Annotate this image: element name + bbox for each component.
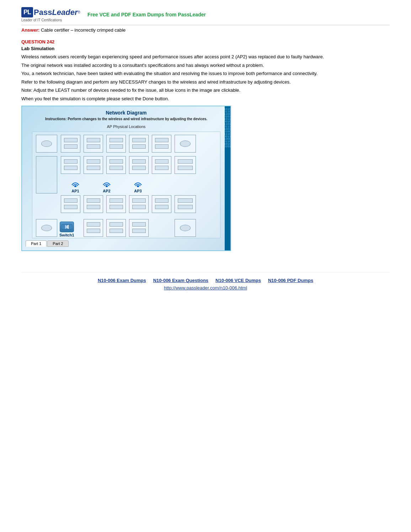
switch1-box (60, 222, 74, 232)
desk-11 (64, 159, 78, 164)
svg-point-2 (137, 185, 139, 187)
room-mid-5 (152, 156, 171, 174)
svg-point-0 (74, 185, 76, 187)
desk-13 (87, 159, 100, 164)
desk-6 (110, 144, 123, 149)
desk-22 (178, 166, 193, 170)
switch1-label: Switch1 (59, 233, 74, 237)
footer-link-1[interactable]: N10-006 Exam Dumps (98, 278, 146, 283)
desk-7 (132, 138, 146, 142)
room-top-4 (106, 135, 126, 153)
question-para-6: When you feel the simulation is complete… (21, 95, 390, 102)
floorplan: AP1 AP2 AP3 (32, 132, 220, 238)
logo-box: PL PassLeader® (21, 7, 80, 17)
footer-link-3[interactable]: N10-006 VCE Dumps (215, 278, 261, 283)
desk-23 (64, 198, 78, 203)
desk-15 (110, 159, 123, 164)
tab-part1[interactable]: Part 1 (26, 240, 47, 247)
room-lower-2 (84, 195, 103, 213)
desk-3 (87, 138, 100, 142)
desk-4 (87, 144, 100, 149)
room-lower-1 (61, 195, 80, 213)
footer-links: N10-006 Exam Dumps N10-006 Exam Question… (21, 278, 390, 283)
room-mid-2 (84, 156, 103, 174)
desk-34 (178, 205, 193, 209)
svg-point-1 (106, 185, 108, 187)
desk-2 (64, 144, 78, 149)
desk-16 (110, 166, 123, 170)
desk-20 (155, 166, 169, 170)
diagram-tabs: Part 1 Part 2 (26, 240, 227, 247)
question-para-2: The original network was installed accor… (21, 62, 390, 69)
logo-pass-text: Pass (34, 8, 52, 17)
answer-line: Answer: Cable certifier – incorrectly cr… (21, 27, 390, 33)
ap1-waves (71, 180, 80, 188)
switch1-icon[interactable]: Switch1 (59, 222, 74, 237)
desk-36 (87, 229, 100, 233)
desk-28 (110, 205, 123, 209)
desk-39 (132, 222, 146, 227)
room-top-3 (84, 135, 103, 153)
desk-25 (87, 198, 100, 203)
header-tagline: Free VCE and PDF Exam Dumps from PassLea… (87, 12, 206, 17)
question-para-5: Note: Adjust the LEAST number of devices… (21, 87, 390, 94)
desk-29 (132, 198, 146, 203)
logo-leader-text: Leader (52, 8, 78, 17)
answer-label: Answer: (21, 27, 39, 33)
header: PL PassLeader® Leader of IT Certificatio… (21, 7, 390, 25)
room-bottom-4 (129, 219, 149, 237)
question-para-3: You, a network technician, have been tas… (21, 70, 390, 77)
room-top-left (36, 135, 57, 153)
desk-35 (87, 222, 100, 227)
desk-5 (110, 138, 123, 142)
desk-24 (64, 205, 78, 209)
answer-text: Cable certifier – incorrectly crimped ca… (41, 27, 126, 33)
room-lower-3 (106, 195, 126, 213)
ap3-waves (133, 180, 143, 188)
desk-27 (110, 198, 123, 203)
room-bottom-right (175, 219, 196, 237)
room-lower-4 (129, 195, 149, 213)
ap2-waves (102, 180, 111, 188)
footer-url[interactable]: http://www.passleader.com/n10-006.html (164, 285, 247, 291)
logo-container: PL PassLeader® Leader of IT Certificatio… (21, 7, 87, 22)
ap2-icon[interactable]: AP2 (102, 180, 111, 193)
ap3-icon[interactable]: AP3 (133, 180, 143, 193)
room-mid-right (175, 156, 196, 174)
question-text: Wireless network users recently began ex… (21, 53, 390, 102)
desk-8 (132, 144, 146, 149)
diagram-title: Network Diagram (26, 110, 227, 116)
room-bottom-2 (84, 219, 103, 237)
ap2-label: AP2 (103, 189, 110, 193)
question-para-1: Wireless network users recently began ex… (21, 53, 390, 60)
diagram-instructions: Instructions: Perform changes to the wir… (26, 117, 227, 121)
desk-10 (155, 144, 169, 149)
room-bottom-left (36, 219, 57, 237)
binary-strip: 1010011011000101101100101101011110010100… (225, 106, 230, 250)
room-lower-5 (152, 195, 171, 213)
footer-link-2[interactable]: N10-006 Exam Questions (153, 278, 208, 283)
footer-link-4[interactable]: N10-006 PDF Dumps (268, 278, 313, 283)
desk-19 (155, 159, 169, 164)
room-mid-4 (129, 156, 149, 174)
ap1-icon[interactable]: AP1 (71, 180, 80, 193)
desk-40 (132, 229, 146, 233)
desk-33 (178, 198, 193, 203)
ap1-label: AP1 (71, 189, 79, 193)
room-top-6 (152, 135, 171, 153)
desk-17 (132, 159, 146, 164)
question-number: QUESTION 242 (21, 39, 390, 44)
logo-registered-symbol: ® (78, 10, 80, 14)
tab-part2[interactable]: Part 2 (47, 240, 68, 247)
desk-14 (87, 166, 100, 170)
desk-38 (110, 229, 123, 233)
desk-18 (132, 166, 146, 170)
ap3-label: AP3 (134, 189, 142, 193)
room-top-right (175, 135, 196, 153)
corridor-left (36, 156, 57, 193)
desk-12 (64, 166, 78, 170)
room-bottom-3 (106, 219, 126, 237)
room-top-5 (129, 135, 149, 153)
logo-subtitle: Leader of IT Certifications (21, 18, 87, 22)
room-mid-3 (106, 156, 126, 174)
